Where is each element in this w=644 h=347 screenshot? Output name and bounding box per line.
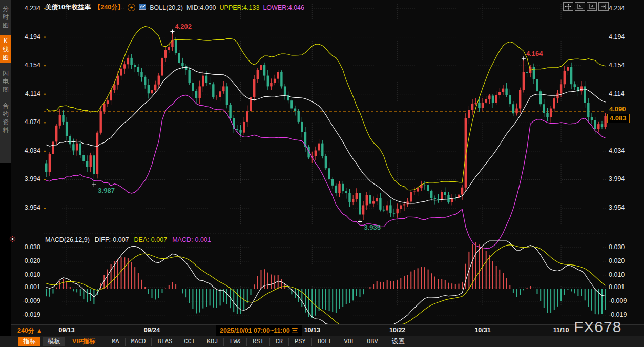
- indicator-list: MAMACDBIASCCIKDJLW&RSICRPSYBOLLVOLOBV: [106, 338, 384, 346]
- y-axis-label: 4.154: [609, 62, 625, 69]
- y-axis-label: 4.234: [13, 5, 40, 12]
- indicator-item-macd[interactable]: MACD: [126, 338, 152, 346]
- y-axis-label: 0.010: [609, 271, 625, 278]
- period-selector[interactable]: 240分 ▲: [17, 326, 43, 335]
- y-axis-label: 4.194: [13, 33, 40, 40]
- date-label: 10/31: [474, 326, 490, 334]
- x-axis-row: 240分 ▲ 2025/10/01 07:00~11:00 三 09/1309/…: [11, 324, 644, 336]
- boll-upper-value: UPPER:4.133: [220, 4, 260, 11]
- chart-header: 美债10年收益率 【240分】 + BOLL(20,2) MID:4.090 U…: [45, 3, 304, 12]
- indicator-item-rsi[interactable]: RSI: [247, 338, 270, 346]
- indicator-item-lw&[interactable]: LW&: [224, 338, 247, 346]
- chart-canvas[interactable]: 3.9874.2023.9354.164: [0, 0, 644, 347]
- date-label: 10/22: [389, 326, 405, 334]
- indicator-item-kdj[interactable]: KDJ: [201, 338, 224, 346]
- toolbar-tab-1[interactable]: 模板: [43, 337, 65, 346]
- y-axis-label: 4.034: [13, 147, 40, 154]
- indicator-item-obv[interactable]: OBV: [361, 338, 384, 346]
- last-price-tag: 4.083: [607, 114, 630, 123]
- indicator-item-bias[interactable]: BIAS: [152, 338, 178, 346]
- chart-tool-icons: [563, 2, 609, 11]
- macd-dea-value: DEA:-0.007: [134, 236, 168, 243]
- bottom-toolbar: 指标模板VIP指标 MAMACDBIASCCIKDJLW&RSICRPSYBOL…: [0, 336, 644, 347]
- sidebar-tab-2[interactable]: 闪 电 图: [0, 68, 11, 95]
- sidebar: 分 时 图K 线 图闪 电 图合 约 资 料: [0, 0, 11, 347]
- date-label: 10/13: [304, 326, 320, 334]
- y-axis-label: 4.034: [609, 147, 625, 154]
- pan-right-icon[interactable]: [598, 2, 609, 11]
- symbol-title: 美债10年收益率: [45, 3, 91, 12]
- price-annotation: 4.202: [175, 23, 192, 30]
- dashed-level-tag: 4.090: [607, 104, 644, 113]
- y-axis-label: 4.114: [609, 90, 624, 97]
- y-axis-label: 0.020: [13, 257, 40, 264]
- mini-line-chart-icon[interactable]: [139, 4, 146, 11]
- y-axis-label: -0.009: [13, 297, 40, 304]
- fx678-watermark: FX678: [574, 318, 621, 336]
- date-label: 11/10: [553, 326, 569, 334]
- y-axis-label: -0.009: [609, 297, 627, 304]
- macd-header: MACD(26,12,9) DIFF:-0.007 DEA:-0.007 MAC…: [45, 236, 211, 243]
- macd-macd-value: MACD:-0.001: [172, 236, 211, 243]
- price-annotation: 3.935: [364, 223, 381, 231]
- add-indicator-icon[interactable]: +: [128, 4, 135, 11]
- y-axis-label: 3.994: [13, 175, 40, 182]
- price-annotation: 3.987: [98, 187, 115, 194]
- axis-zoom-left-icon[interactable]: [575, 2, 585, 11]
- indicator-item-vol[interactable]: VOL: [338, 338, 361, 346]
- y-axis-label: 0.020: [609, 257, 625, 264]
- y-axis-label: 0.001: [13, 283, 40, 291]
- toolbar-tab-group: 指标模板VIP指标: [18, 337, 100, 346]
- macd-name: MACD(26,12,9): [45, 236, 90, 243]
- price-annotation: 4.164: [526, 50, 543, 57]
- y-axis-label: 4.234: [609, 5, 625, 12]
- y-axis-label: 0.001: [609, 283, 625, 291]
- toolbar-tab-0[interactable]: 指标: [18, 337, 40, 346]
- crosshair-date-label: 2025/10/01 07:00~11:00 三: [216, 325, 302, 336]
- sidebar-tab-list: 分 时 图K 线 图闪 电 图合 约 资 料: [0, 0, 11, 163]
- y-axis-label: 4.114: [13, 90, 40, 97]
- axis-zoom-right-icon[interactable]: [587, 2, 597, 11]
- indicator-item-psy[interactable]: PSY: [289, 338, 312, 346]
- date-label: 09/13: [58, 326, 74, 334]
- indicator-item-boll[interactable]: BOLL: [312, 338, 339, 346]
- date-label: 09/24: [144, 326, 160, 334]
- alert-starburst-icon[interactable]: [9, 235, 16, 244]
- y-axis-label: 0.030: [609, 243, 625, 251]
- sidebar-tab-0[interactable]: 分 时 图: [0, 3, 11, 31]
- boll-mid-value: MID:4.090: [186, 4, 216, 11]
- boll-label: BOLL(20,2): [150, 4, 183, 11]
- macd-diff-value: DIFF:-0.007: [95, 236, 129, 243]
- move-crosshair-icon[interactable]: [563, 2, 573, 11]
- y-axis-label: 4.194: [609, 33, 625, 40]
- y-axis-label: 3.954: [13, 204, 40, 211]
- trading-app-window: 3.9874.2023.9354.164 美债10年收益率 【240分】 + B…: [0, 0, 644, 347]
- y-axis-label: 0.010: [13, 271, 40, 278]
- sidebar-tab-3[interactable]: 合 约 资 料: [0, 100, 11, 136]
- indicator-item-ma[interactable]: MA: [106, 338, 125, 346]
- sidebar-tab-1[interactable]: K 线 图: [0, 35, 11, 63]
- boll-lower-value: LOWER:4.046: [263, 4, 304, 11]
- period-tag: 【240分】: [94, 3, 124, 12]
- indicator-item-cci[interactable]: CCI: [178, 338, 201, 346]
- price-tag-group: 4.090 4.083: [607, 104, 644, 130]
- settings-button[interactable]: 设置: [387, 337, 410, 346]
- toolbar-tab-2[interactable]: VIP指标: [68, 337, 100, 346]
- indicator-item-cr[interactable]: CR: [270, 338, 289, 346]
- y-axis-label: 4.154: [13, 62, 40, 69]
- y-axis-label: -0.019: [609, 311, 627, 318]
- y-axis-label: 0.030: [13, 243, 40, 251]
- y-axis-label: -0.019: [13, 311, 40, 318]
- y-axis-label: 3.954: [609, 204, 625, 211]
- y-axis-label: 3.994: [609, 175, 625, 182]
- y-axis-label: 4.074: [13, 118, 40, 126]
